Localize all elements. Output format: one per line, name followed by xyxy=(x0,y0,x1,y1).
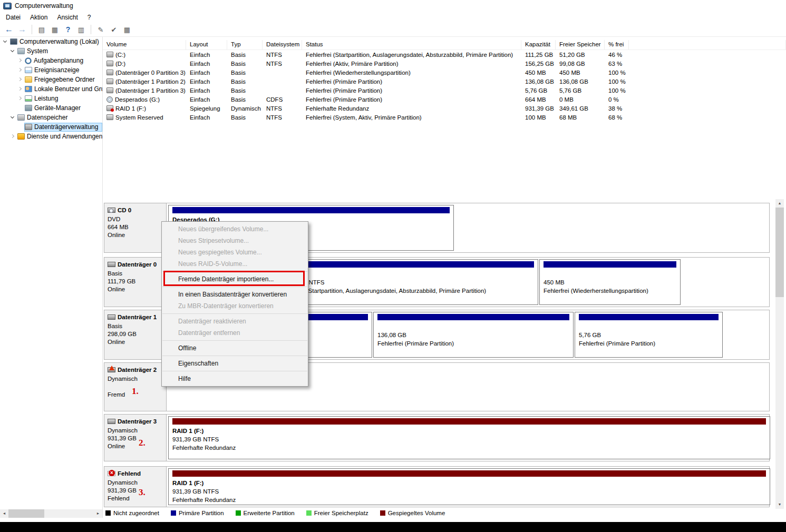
context-menu-item-offline[interactable]: Offline xyxy=(162,342,308,354)
disk-header-datentraeger-3[interactable]: Datenträger 3Dynamisch931,39 GBOnline xyxy=(104,415,167,461)
partition-type-bar xyxy=(544,261,676,268)
context-menu-item-zu-mbr-datentraeger-konvertieren[interactable]: Zu MBR-Datenträger konvertieren xyxy=(162,300,308,312)
tree-item-leistung[interactable]: Leistung xyxy=(0,94,102,103)
tree-item-dienste-und-anwendungen[interactable]: Dienste und Anwendungen xyxy=(0,132,102,141)
column-header-frei[interactable]: % frei xyxy=(605,40,629,50)
disk-header-cd-0[interactable]: CD 0DVD664 MBOnline xyxy=(104,203,167,252)
drive-icon xyxy=(106,78,113,84)
tree-item-aufgabenplanung[interactable]: Aufgabenplanung xyxy=(0,56,102,65)
expander-down-icon[interactable] xyxy=(9,114,16,121)
volume-row-d[interactable]: (D:)EinfachBasisNTFSFehlerfrei (Aktiv, P… xyxy=(103,59,786,68)
volume-row-c[interactable]: (C:)EinfachBasisNTFSFehlerfrei (Startpar… xyxy=(103,50,786,59)
toolbar: ←→▤▦?▥✎✔▦ xyxy=(0,23,786,37)
expander-right-icon[interactable] xyxy=(17,67,23,73)
disk-warning-icon xyxy=(108,367,115,372)
partition-datentraeger-1-3[interactable]: 5,76 GBFehlerfrei (Primäre Partition) xyxy=(575,312,723,358)
menubar-item-ansicht[interactable]: Ansicht xyxy=(52,12,82,23)
window-title: Computerverwaltung xyxy=(15,2,73,9)
tree-item-freigegebene-ordner[interactable]: Freigegebene Ordner xyxy=(0,75,102,84)
partition-datentraeger-1-2[interactable]: 136,08 GBFehlerfrei (Primäre Partition) xyxy=(373,312,574,358)
menubar-item-datei[interactable]: Datei xyxy=(1,12,25,23)
column-header-kapazitaet[interactable]: Kapazität xyxy=(521,40,556,50)
partition-raid-1-f[interactable]: RAID 1 (F:)931,39 GB NTFSFehlerhafte Red… xyxy=(168,416,770,459)
partition-raid-1-f[interactable]: RAID 1 (F:)931,39 GB NTFSFehlerhafte Red… xyxy=(168,468,770,505)
attribute-icon[interactable]: ✎ xyxy=(95,24,106,35)
volume-row-datentraeger-0-partition-3[interactable]: (Datenträger 0 Partition 3)EinfachBasisF… xyxy=(103,68,786,77)
context-menu-item-hilfe[interactable]: Hilfe xyxy=(162,373,308,385)
tree-item-ereignisanzeige[interactable]: Ereignisanzeige xyxy=(0,65,102,75)
drive-icon xyxy=(106,87,113,93)
drive-icon xyxy=(106,114,113,120)
menubar-item-aktion[interactable]: Aktion xyxy=(25,12,52,23)
vertical-scrollbar-thumb[interactable] xyxy=(775,208,784,297)
tree-item-lokale-benutzer-und-gru[interactable]: Lokale Benutzer und Gru xyxy=(0,84,102,94)
forward-icon[interactable]: → xyxy=(16,24,28,35)
export-list-icon[interactable]: ▥ xyxy=(75,24,87,35)
volume-row-raid-1-f[interactable]: RAID 1 (F:)SpiegelungDynamischNTFSFehler… xyxy=(103,104,786,113)
expander-right-icon[interactable] xyxy=(17,57,23,64)
tree-horizontal-scrollbar[interactable]: ◄ ► xyxy=(0,509,102,518)
partition-datentraeger-0-3[interactable]: 450 MBFehlerfrei (Wiederherstellungspart… xyxy=(539,259,681,305)
column-header-typ[interactable]: Typ xyxy=(227,40,263,50)
expander-down-icon[interactable] xyxy=(9,48,16,54)
tree-item-system[interactable]: System xyxy=(0,46,102,56)
check-icon[interactable]: ✔ xyxy=(108,24,120,35)
disk-icon xyxy=(108,314,115,320)
expander-right-icon[interactable] xyxy=(17,76,23,83)
context-menu-item-neues-raid-5-volume[interactable]: Neues RAID-5-Volume... xyxy=(162,258,308,270)
task-scheduler-icon xyxy=(25,57,32,64)
legend-swatch xyxy=(306,510,312,516)
column-header-volume[interactable]: Volume xyxy=(103,40,186,50)
legend-item-gespiegeltes-volume: Gespiegeltes Volume xyxy=(380,510,445,516)
help-icon[interactable]: ? xyxy=(62,24,74,35)
volume-list-body: (C:)EinfachBasisNTFSFehlerfrei (Startpar… xyxy=(103,50,786,122)
column-header-dateisystem[interactable]: Dateisystem xyxy=(263,40,302,50)
expander-right-icon[interactable] xyxy=(9,133,16,140)
horizontal-scrollbar-thumb[interactable] xyxy=(8,509,44,518)
services-icon xyxy=(17,133,25,140)
scroll-up-icon[interactable]: ▲ xyxy=(775,199,784,208)
context-menu-item-neues-uebergreifendes-volume[interactable]: Neues übergreifendes Volume... xyxy=(162,223,308,235)
context-menu-item-datentraeger-entfernen[interactable]: Datenträger entfernen xyxy=(162,327,308,339)
volume-row-datentraeger-1-partition-2[interactable]: (Datenträger 1 Partition 2)EinfachBasisF… xyxy=(103,77,786,86)
shared-folders-icon xyxy=(25,76,32,83)
disk-icon xyxy=(108,262,115,267)
computer-icon xyxy=(10,38,17,45)
back-icon[interactable]: ← xyxy=(3,24,15,35)
view-icon[interactable]: ▦ xyxy=(121,24,133,35)
vertical-scrollbar[interactable]: ▲ ▼ xyxy=(775,199,784,509)
tree-item-geraete-manager[interactable]: Geräte-Manager xyxy=(0,103,102,113)
expander-right-icon[interactable] xyxy=(17,95,23,102)
scroll-right-icon[interactable]: ► xyxy=(94,509,102,518)
column-header-freier-speicher[interactable]: Freier Speicher xyxy=(556,40,605,50)
menubar-item-item[interactable]: ? xyxy=(83,12,96,23)
disk-header-datentraeger-1[interactable]: Datenträger 1Basis298,09 GBOnline xyxy=(104,310,167,359)
context-menu-item-neues-stripesetvolume[interactable]: Neues Stripesetvolume... xyxy=(162,235,308,247)
show-console-tree-icon[interactable]: ▤ xyxy=(36,24,47,35)
column-header-layout[interactable]: Layout xyxy=(186,40,227,50)
expander-right-icon[interactable] xyxy=(17,86,23,92)
performance-icon xyxy=(25,95,32,102)
disk-header-datentraeger-0[interactable]: Datenträger 0Basis111,79 GBOnline xyxy=(104,258,167,307)
scroll-down-icon[interactable]: ▼ xyxy=(775,500,784,509)
context-menu-item-in-einen-basisdatentraeger-konvertieren[interactable]: In einen Basisdatenträger konvertieren xyxy=(162,289,308,300)
scroll-left-icon[interactable]: ◄ xyxy=(0,509,8,518)
drive-icon xyxy=(106,70,113,75)
legend-item-primaere-partition: Primäre Partition xyxy=(171,510,224,516)
context-menu-item-datentraeger-reaktivieren[interactable]: Datenträger reaktivieren xyxy=(162,316,308,327)
legend-swatch xyxy=(380,510,385,516)
volume-row-system-reserved[interactable]: System ReservedEinfachBasisNTFSFehlerfre… xyxy=(103,113,786,122)
volume-row-datentraeger-1-partition-3[interactable]: (Datenträger 1 Partition 3)EinfachBasisF… xyxy=(103,86,786,95)
tree-item-computerverwaltung-lokal[interactable]: Computerverwaltung (Lokal) xyxy=(0,37,102,46)
column-header-status[interactable]: Status xyxy=(302,40,521,50)
partition-c[interactable]: (C:)111,25 GB NTFSFehlerfrei (Startparti… xyxy=(275,259,538,305)
expander-down-icon[interactable] xyxy=(2,38,8,45)
context-menu-item-eigenschaften[interactable]: Eigenschaften xyxy=(162,358,308,369)
tree-item-datenspeicher[interactable]: Datenspeicher xyxy=(0,113,102,122)
volume-row-desperados-g[interactable]: Desperados (G:)EinfachBasisCDFSFehlerfre… xyxy=(103,95,786,104)
tree-item-datentraegerverwaltung[interactable]: Datenträgerverwaltung xyxy=(0,122,102,132)
disk-header-fehlend[interactable]: FehlendDynamisch931,39 GBFehlend xyxy=(104,467,167,507)
properties-icon[interactable]: ▦ xyxy=(49,24,61,35)
context-menu-separator xyxy=(162,340,307,341)
context-menu-item-neues-gespiegeltes-volume[interactable]: Neues gespiegeltes Volume... xyxy=(162,247,308,258)
